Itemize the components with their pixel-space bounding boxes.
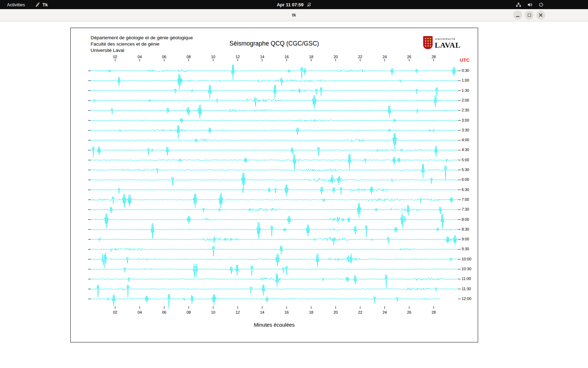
close-button[interactable] [536,11,545,20]
minimize-icon [516,16,519,17]
activities-button[interactable]: Activities [6,2,26,7]
window-titlebar[interactable]: tk [0,9,588,21]
seismogram-trace [91,264,458,278]
seismogram-trace [91,85,458,99]
tk-icon [35,2,40,7]
volume-icon [527,2,532,7]
network-icon [516,2,521,7]
seismogram-trace [91,125,458,139]
power-icon [539,2,544,7]
minimize-button[interactable] [513,11,522,20]
seismogram-trace [91,154,458,170]
window-title: tk [0,9,588,21]
app-menu-label: Tk [42,2,48,7]
seismogram-trace [91,193,458,209]
seismogram-trace [91,164,458,180]
seismogram-trace [91,235,458,245]
seismogram-trace [91,173,458,189]
seismogram-plot [71,28,477,342]
seismogram-trace [91,146,458,157]
seismogram-trace [91,285,458,298]
maximize-icon [528,14,531,17]
seismogram-trace [91,133,458,149]
seismogram-trace [91,246,458,256]
system-menu-button[interactable] [516,0,544,9]
x-axis-title: Minutes écoulées [71,322,478,328]
clock-label: Apr 11 07:59 [277,2,304,7]
seismogram-trace [91,253,458,268]
top-bar: Activities Tk Apr 11 07:59 [0,0,588,9]
seismogram-trace [91,185,458,196]
seismogram-trace [91,95,458,108]
window-content: Département de géologie et de génie géol… [0,21,588,368]
seismogram-trace [91,222,458,239]
maximize-button[interactable] [525,11,534,20]
app-menu-button[interactable]: Tk [35,2,48,7]
notifications-muted-icon [307,2,311,7]
seismogram-trace [91,118,458,123]
seismograph-frame: Département de géologie et de génie géol… [70,28,478,342]
seismogram-trace [91,294,440,308]
utc-axis-label: UTC [460,57,470,63]
seismogram-trace [91,273,458,288]
clock-menu-button[interactable]: Apr 11 07:59 [277,2,312,7]
seismogram-trace [91,64,458,80]
seismogram-trace [91,213,458,229]
seismogram-trace [91,105,458,118]
